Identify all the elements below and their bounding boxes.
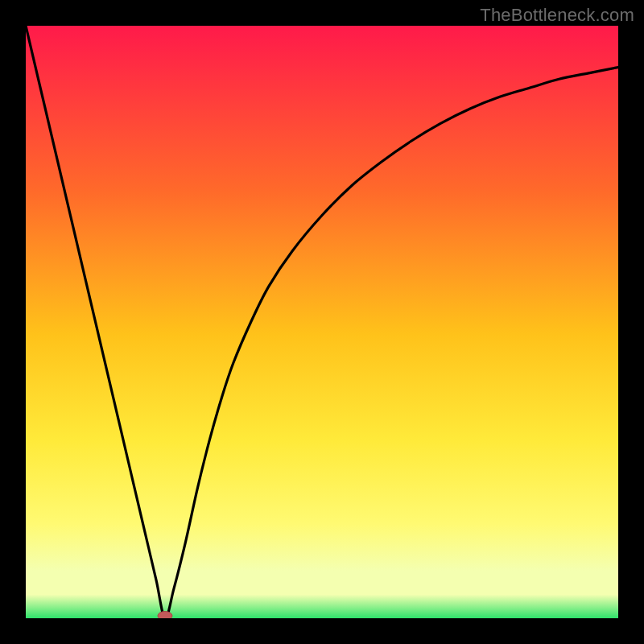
- min-marker: [158, 612, 172, 619]
- plot-area: [26, 26, 618, 618]
- chart-frame: TheBottleneck.com: [0, 0, 644, 644]
- watermark-text: TheBottleneck.com: [480, 5, 634, 26]
- bottleneck-curve: [26, 26, 618, 618]
